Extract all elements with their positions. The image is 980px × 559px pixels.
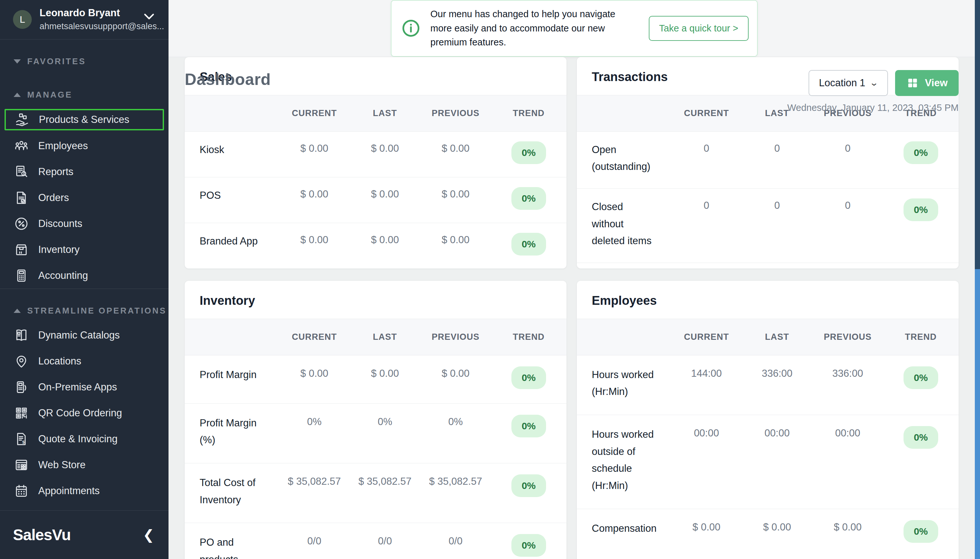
sidebar-item-orders[interactable]: Orders: [0, 185, 168, 211]
metric-value: $ 0.00: [420, 366, 491, 379]
chevron-down-icon: ⌄: [869, 78, 879, 88]
table-rows: Open (outstanding)0000%Closed without de…: [577, 132, 959, 268]
sidebar-item-employees[interactable]: Employees: [0, 133, 168, 159]
header-spacer: [577, 108, 671, 118]
on-premise-apps-icon: [13, 379, 29, 395]
products-services-icon: [14, 112, 30, 127]
section-header-streamline-operations[interactable]: STREAMLINE OPERATIONS: [0, 289, 168, 322]
table-rows: Kiosk$ 0.00$ 0.00$ 0.000%POS$ 0.00$ 0.00…: [185, 132, 566, 268]
sidebar-item-label: Appointments: [38, 485, 100, 497]
sidebar-item-reports[interactable]: Reports: [0, 159, 168, 185]
table-rows: Hours worked (Hr:Min)144:00336:00336:000…: [577, 356, 959, 559]
sidebar-item-dynamic-catalogs[interactable]: Dynamic Catalogs: [0, 322, 168, 348]
metric-value: $ 0.00: [420, 141, 491, 154]
section-label: STREAMLINE OPERATIONS: [27, 306, 167, 316]
info-icon: [401, 18, 421, 38]
sidebar-footer: SalesVu ❮: [0, 510, 168, 559]
table-row: Profit Margin (%)0%0%0%0%: [185, 404, 566, 463]
header-spacer: [577, 332, 671, 342]
trend-pill: 0%: [511, 141, 546, 164]
metric-value: $ 0.00: [420, 233, 491, 246]
qr-code-icon: [13, 405, 29, 421]
trend-cell: 0%: [491, 534, 566, 557]
table-row: Kiosk$ 0.00$ 0.00$ 0.000%: [185, 132, 566, 177]
section-header-manage[interactable]: MANAGE: [0, 73, 168, 106]
quote-invoicing-icon: $: [13, 431, 29, 447]
row-label: Hours worked outside of schedule (Hr:Min…: [577, 426, 671, 495]
orders-icon: [13, 190, 29, 205]
caret-up-icon: [13, 93, 21, 97]
trend-pill: 0%: [511, 366, 546, 389]
trend-cell: 0%: [491, 187, 566, 210]
grid-icon: [906, 76, 919, 89]
header-spacer: [185, 108, 279, 118]
table-header: CURRENTLASTPREVIOUSTREND: [577, 95, 959, 132]
chevron-down-icon: [142, 9, 156, 23]
table-rows: Profit Margin$ 0.00$ 0.00$ 0.000%Profit …: [185, 356, 566, 559]
location-selector[interactable]: Location 1 ⌄: [808, 70, 888, 96]
section-label: FAVORITES: [27, 56, 86, 66]
trend-cell: 0%: [883, 426, 959, 449]
metric-value: 0: [742, 198, 812, 212]
column-header-last: LAST: [350, 108, 420, 118]
sidebar-item-inventory[interactable]: Inventory: [0, 237, 168, 263]
sidebar-item-accounting[interactable]: Accounting: [0, 263, 168, 289]
collapse-sidebar-icon[interactable]: ❮: [143, 527, 154, 543]
trend-pill: 0%: [511, 187, 546, 210]
row-label: POS: [185, 187, 279, 204]
view-button[interactable]: View: [895, 70, 959, 96]
sidebar-item-on-premise-apps[interactable]: On-Premise Apps: [0, 374, 168, 400]
sidebar-item-label: On-Premise Apps: [38, 381, 117, 393]
column-header-previous: PREVIOUS: [812, 332, 883, 342]
trend-pill: 0%: [511, 415, 546, 437]
metric-value: 336:00: [742, 366, 812, 379]
row-label: Closed without deleted items: [577, 198, 671, 250]
sidebar-item-locations[interactable]: Locations: [0, 348, 168, 374]
trend-cell: 0%: [491, 233, 566, 256]
card-title: Employees: [577, 281, 959, 319]
column-header-previous: PREVIOUS: [420, 332, 491, 342]
page-scrollbar[interactable]: [975, 0, 980, 559]
row-label: Hours worked (Hr:Min): [577, 366, 671, 400]
app-root: L Leonardo Bryant ahmetsalesvusuppport@s…: [0, 0, 980, 559]
metric-value: 144:00: [671, 366, 742, 379]
user-account-menu[interactable]: L Leonardo Bryant ahmetsalesvusuppport@s…: [0, 0, 168, 39]
card-title: Inventory: [185, 281, 566, 319]
discounts-icon: [13, 216, 29, 232]
row-label: Profit Margin: [185, 366, 279, 384]
trend-pill: 0%: [511, 534, 546, 557]
menu-changed-banner: Our menu has changed to help you navigat…: [391, 0, 758, 57]
sidebar-sections: FAVORITESMANAGEProducts & ServicesEmploy…: [0, 40, 168, 510]
metric-value: 00:00: [671, 426, 742, 439]
user-meta: Leonardo Bryant ahmetsalesvusuppport@sal…: [40, 7, 157, 31]
take-quick-tour-button[interactable]: Take a quick tour >: [649, 16, 749, 41]
metric-value: 00:00: [812, 426, 883, 439]
metric-value: $ 0.00: [420, 187, 491, 200]
sidebar-item-appointments[interactable]: Appointments: [0, 478, 168, 504]
dynamic-catalogs-icon: [13, 327, 29, 343]
metric-value: 0%: [420, 415, 491, 428]
location-selector-label: Location 1: [819, 77, 865, 89]
sidebar-item-quote-invoicing[interactable]: $Quote & Invoicing: [0, 426, 168, 452]
row-label: Total Cost of Inventory: [185, 475, 279, 508]
sidebar-item-label: Accounting: [38, 270, 88, 281]
scrollbar-thumb[interactable]: [975, 0, 980, 269]
employees-card: EmployeesCURRENTLASTPREVIOUSTRENDHours w…: [577, 281, 959, 559]
sidebar-item-web-store[interactable]: Web Store: [0, 452, 168, 478]
section-header-favorites[interactable]: FAVORITES: [0, 40, 168, 73]
trend-cell: 0%: [491, 415, 566, 437]
sidebar-item-discounts[interactable]: Discounts: [0, 211, 168, 237]
metric-value: $ 0.00: [812, 520, 883, 533]
row-label: PO and products: [185, 534, 279, 559]
metric-value: $ 0.00: [742, 520, 812, 533]
table-row: Branded App$ 0.00$ 0.00$ 0.000%: [185, 223, 566, 268]
table-row: Hours worked outside of schedule (Hr:Min…: [577, 415, 959, 509]
web-store-icon: [13, 457, 29, 473]
sidebar: L Leonardo Bryant ahmetsalesvusuppport@s…: [0, 0, 168, 559]
metric-value: 0%: [279, 415, 350, 428]
table-row: Open (outstanding)0000%: [577, 132, 959, 189]
row-label: Open (outstanding): [577, 141, 671, 175]
sidebar-item-products-services[interactable]: Products & Services: [5, 109, 164, 131]
sidebar-item-qr-code-ordering[interactable]: QR Code Ordering: [0, 400, 168, 426]
top-strip: Our menu has changed to help you navigat…: [168, 0, 980, 57]
